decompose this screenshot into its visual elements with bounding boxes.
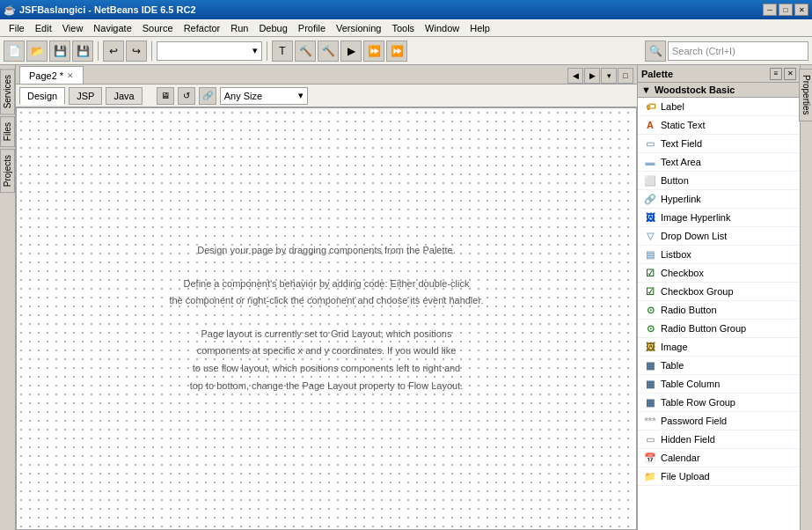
preview-icon-button[interactable]: 🖥: [157, 87, 174, 105]
palette-options-button[interactable]: ≡: [770, 68, 782, 80]
editor-tab-page2[interactable]: Page2 * ✕: [19, 66, 84, 84]
menu-tools[interactable]: Tools: [386, 21, 420, 35]
link-button[interactable]: 🔗: [199, 87, 216, 105]
search-input[interactable]: Search (Ctrl+I): [668, 41, 808, 61]
palette-item-radio-button-group[interactable]: ⊙Radio Button Group: [638, 320, 800, 338]
palette-section-woodstock-basic[interactable]: ▼ Woodstock Basic: [638, 83, 800, 98]
view-tab-jsp[interactable]: JSP: [69, 87, 102, 105]
palette-item-icon: A: [643, 118, 657, 132]
open-file-button[interactable]: 📂: [26, 40, 48, 62]
palette-item-label: Hyperlink: [661, 194, 701, 204]
palette-item-file-upload[interactable]: 📁File Upload: [638, 467, 800, 486]
palette-item-button[interactable]: ⬜Button: [638, 172, 800, 190]
debug-run-button[interactable]: ⏩: [363, 40, 384, 62]
palette-item-label: File Upload: [661, 471, 710, 482]
new-file-button[interactable]: 📄: [4, 40, 25, 62]
palette-item-radio-button[interactable]: ⊙Radio Button: [638, 301, 800, 320]
palette-item-icon: ⊙: [643, 321, 657, 335]
palette-item-checkbox-group[interactable]: ☑Checkbox Group: [638, 283, 800, 301]
menu-view[interactable]: View: [57, 21, 89, 35]
palette-body: ▼ Woodstock Basic 🏷LabelAStatic Text▭Tex…: [638, 83, 800, 530]
menu-file[interactable]: File: [4, 21, 30, 35]
palette-item-label: Table: [661, 360, 684, 371]
window-controls: ─ □ ✕: [763, 4, 808, 16]
format-button[interactable]: T: [272, 40, 293, 62]
palette-item-checkbox[interactable]: ☑Checkbox: [638, 264, 800, 283]
palette-close-button[interactable]: ✕: [784, 68, 796, 80]
menu-versioning[interactable]: Versioning: [331, 21, 386, 35]
canvas-hint-2: Define a component's behavior by adding …: [184, 276, 470, 293]
run-button[interactable]: ▶: [340, 40, 362, 62]
tab-close-button[interactable]: ✕: [67, 71, 74, 80]
menu-refactor[interactable]: Refactor: [179, 21, 226, 35]
menu-source[interactable]: Source: [137, 21, 179, 35]
palette-item-icon: ▤: [643, 247, 657, 261]
sidebar-tab-projects[interactable]: Projects: [0, 149, 15, 193]
view-tab-java[interactable]: Java: [106, 87, 142, 105]
menu-edit[interactable]: Edit: [30, 21, 57, 35]
undo-button[interactable]: ↩: [103, 40, 124, 62]
clean-button[interactable]: 🔨: [318, 40, 339, 62]
palette-item-label: Checkbox Group: [661, 286, 734, 297]
editor-tabs-bar: Page2 * ✕ ◀ ▶ ▾ □: [16, 65, 637, 85]
palette-title: Palette: [641, 69, 673, 79]
palette-item-image-hyperlink[interactable]: 🖼Image Hyperlink: [638, 209, 800, 227]
maximize-button[interactable]: □: [779, 4, 793, 16]
menu-navigate[interactable]: Navigate: [88, 21, 136, 35]
redo-button[interactable]: ↪: [126, 40, 147, 62]
title-bar: ☕ JSFBaslangici - NetBeans IDE 6.5 RC2 ─…: [0, 0, 812, 19]
palette-item-label: Listbox: [661, 249, 691, 260]
profile-button[interactable]: ⏩: [386, 40, 407, 62]
menu-run[interactable]: Run: [225, 21, 253, 35]
view-tab-design[interactable]: Design: [19, 87, 65, 105]
palette-item-hidden-field[interactable]: ▭Hidden Field: [638, 431, 800, 449]
tab-list-button[interactable]: ▾: [601, 68, 617, 84]
palette-item-label: Image: [661, 342, 688, 352]
scroll-right-button[interactable]: ▶: [584, 68, 600, 84]
palette-item-label: Hidden Field: [661, 434, 715, 445]
minimize-button[interactable]: ─: [763, 4, 777, 16]
save-all-button[interactable]: 💾: [72, 40, 93, 62]
palette-item-hyperlink[interactable]: 🔗Hyperlink: [638, 190, 800, 209]
menu-window[interactable]: Window: [420, 21, 465, 35]
palette-item-label: Button: [661, 175, 689, 186]
palette-item-icon: ▭: [643, 432, 657, 446]
sidebar-tab-services[interactable]: Services: [0, 69, 15, 114]
save-button[interactable]: 💾: [49, 40, 70, 62]
nav-dropdown[interactable]: ▾: [157, 41, 262, 61]
size-dropdown[interactable]: Any Size▾: [220, 87, 308, 105]
palette-item-drop-down-list[interactable]: ▽Drop Down List: [638, 227, 800, 246]
menu-help[interactable]: Help: [465, 21, 495, 35]
palette-item-icon: ▦: [643, 377, 657, 391]
palette-item-label: Text Field: [661, 138, 702, 149]
sidebar-tab-files[interactable]: Files: [0, 116, 15, 147]
toolbar-sep-2: [151, 41, 152, 61]
build-button[interactable]: 🔨: [295, 40, 316, 62]
toolbar-sep-1: [98, 41, 99, 61]
palette-item-icon: ▬: [643, 155, 657, 169]
left-sidebar: Services Files Projects: [0, 65, 16, 530]
menu-debug[interactable]: Debug: [253, 21, 292, 35]
palette-item-label: Radio Button Group: [661, 323, 746, 334]
palette-item-table-row-group[interactable]: ▦Table Row Group: [638, 394, 800, 412]
palette-item-label[interactable]: 🏷Label: [638, 98, 800, 116]
palette-item-static-text[interactable]: AStatic Text: [638, 116, 800, 135]
palette-panel: Palette ≡ ✕ ▼ Woodstock Basic 🏷LabelASta…: [637, 65, 800, 530]
palette-item-table[interactable]: ▦Table: [638, 357, 800, 375]
palette-item-password-field[interactable]: ***Password Field: [638, 412, 800, 431]
menu-profile[interactable]: Profile: [293, 21, 331, 35]
palette-item-image[interactable]: 🖼Image: [638, 338, 800, 357]
maximize-editor-button[interactable]: □: [618, 68, 633, 84]
palette-item-table-column[interactable]: ▦Table Column: [638, 375, 800, 394]
close-button[interactable]: ✕: [794, 4, 808, 16]
palette-item-calendar[interactable]: 📅Calendar: [638, 449, 800, 467]
scroll-left-button[interactable]: ◀: [567, 68, 583, 84]
palette-item-text-field[interactable]: ▭Text Field: [638, 135, 800, 153]
palette-item-text-area[interactable]: ▬Text Area: [638, 153, 800, 172]
refresh-button[interactable]: ↺: [178, 87, 195, 105]
canvas-hint-7: top to bottom, change the Page Layout pr…: [190, 378, 464, 395]
sidebar-tab-properties[interactable]: Properties: [799, 69, 812, 121]
toolbar: 📄 📂 💾 💾 ↩ ↪ ▾ T 🔨 🔨 ▶ ⏩ ⏩ 🔍 Search (Ctrl…: [0, 37, 812, 65]
palette-item-icon: 📁: [643, 469, 657, 483]
palette-item-listbox[interactable]: ▤Listbox: [638, 246, 800, 264]
